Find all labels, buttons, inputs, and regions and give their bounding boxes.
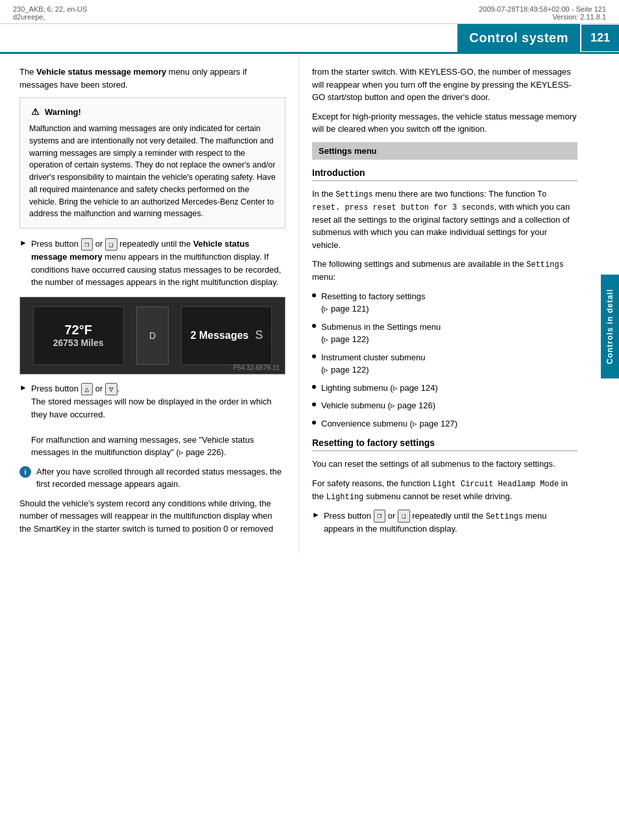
- button-icon-rb: ❑: [398, 510, 410, 522]
- high-priority-text: Except for high-priority messages, the v…: [312, 110, 577, 136]
- introduction-header: Introduction: [312, 167, 577, 181]
- warning-icon: ⚠: [29, 106, 41, 117]
- page-number: 121: [580, 25, 619, 51]
- arrow-symbol-1: ►: [19, 238, 27, 247]
- bullet-item-5: Vehicle submenu (▹ page 126): [312, 399, 577, 412]
- side-tab: Controls in detail: [601, 275, 619, 378]
- intro-paragraph: The Vehicle status message memory menu o…: [19, 66, 285, 91]
- arrow-symbol-reset: ►: [312, 510, 320, 519]
- dash-right-display: 2 Messages S: [181, 306, 272, 365]
- header-right: 2009-07-28T18:49:58+02:00 - Seite 121 Ve…: [479, 5, 606, 21]
- resetting-para2: For safety reasons, the function Light C…: [312, 477, 577, 503]
- settings-available-text: The following settings and submenus are …: [312, 258, 577, 284]
- info-item: i After you have scrolled through all re…: [19, 465, 285, 491]
- bottom-paragraph: Should the vehicle's system record any c…: [19, 497, 285, 536]
- dash-messages: 2 Messages: [190, 330, 249, 341]
- warning-body: Malfunction and warning messages are onl…: [29, 123, 276, 220]
- button-icon-1b: ❑: [105, 238, 117, 251]
- left-column: The Vehicle status message memory menu o…: [0, 54, 298, 553]
- dash-left-display: 72°F 26753 Miles: [33, 306, 124, 365]
- settings-menu-header: Settings menu: [312, 142, 577, 160]
- intro-settings-text: In the Settings menu there are two funct…: [312, 188, 577, 252]
- dashboard-caption: P54.32-6879-31: [233, 364, 280, 371]
- button-icon-ra: ❐: [374, 510, 386, 522]
- arrow-item-reset: ► Press button ❐ or ❑ repeatedly until t…: [312, 510, 577, 536]
- warning-title: ⚠ Warning!: [29, 106, 276, 117]
- dash-center-display: D: [136, 306, 169, 365]
- dashboard-image: 72°F 26753 Miles D 2 Messages S P54.32-6…: [19, 297, 285, 375]
- resetting-header: Resetting to factory settings: [312, 438, 577, 451]
- bullet-item-4: Lighting submenu (▹ page 124): [312, 382, 577, 395]
- bullet-dot: [312, 354, 316, 358]
- resetting-para1: You can reset the settings of all submen…: [312, 458, 577, 471]
- continuation-text: from the starter switch. With KEYLESS-GO…: [312, 66, 577, 104]
- dash-temp: 72°F: [64, 323, 91, 338]
- page-header: 230_AKB; 6; 22, en-US d2ureepe, 2009-07-…: [0, 0, 619, 24]
- button-icon-2b: ▽: [105, 383, 117, 395]
- warning-box: ⚠ Warning! Malfunction and warning messa…: [19, 97, 285, 229]
- bullet-item-6: Convenience submenu (▹ page 127): [312, 417, 577, 430]
- main-content: Controls in detail The Vehicle status me…: [0, 54, 619, 553]
- bullet-dot: [312, 385, 316, 389]
- button-icon-1a: ❐: [81, 238, 93, 251]
- bullet-dot: [312, 402, 316, 406]
- bullet-item-2: Submenus in the Settings menu(▹ page 122…: [312, 321, 577, 346]
- bullet-item-3: Instrument cluster submenu(▹ page 122): [312, 351, 577, 377]
- title-bar: Control system 121: [0, 24, 619, 54]
- button-icon-2a: △: [81, 383, 93, 395]
- arrow-item-2: ► Press button △ or ▽. The stored messag…: [19, 382, 285, 459]
- header-left: 230_AKB; 6; 22, en-US d2ureepe,: [13, 5, 87, 21]
- arrow-item-1: ► Press button ❐ or ❑ repeatedly until t…: [19, 238, 285, 289]
- bullet-item-1: Resetting to factory settings(▹ page 121…: [312, 290, 577, 315]
- arrow-symbol-2: ►: [19, 383, 27, 392]
- info-content: After you have scrolled through all reco…: [36, 465, 285, 491]
- dash-miles: 26753 Miles: [53, 338, 104, 348]
- settings-bullet-list: Resetting to factory settings(▹ page 121…: [312, 290, 577, 430]
- dash-s: S: [255, 328, 263, 342]
- info-icon: i: [19, 466, 31, 478]
- bullet-dot: [312, 324, 316, 328]
- right-column: from the starter switch. With KEYLESS-GO…: [298, 54, 597, 553]
- page-title: Control system: [457, 24, 580, 52]
- bullet-dot: [312, 421, 316, 425]
- bullet-dot: [312, 293, 316, 297]
